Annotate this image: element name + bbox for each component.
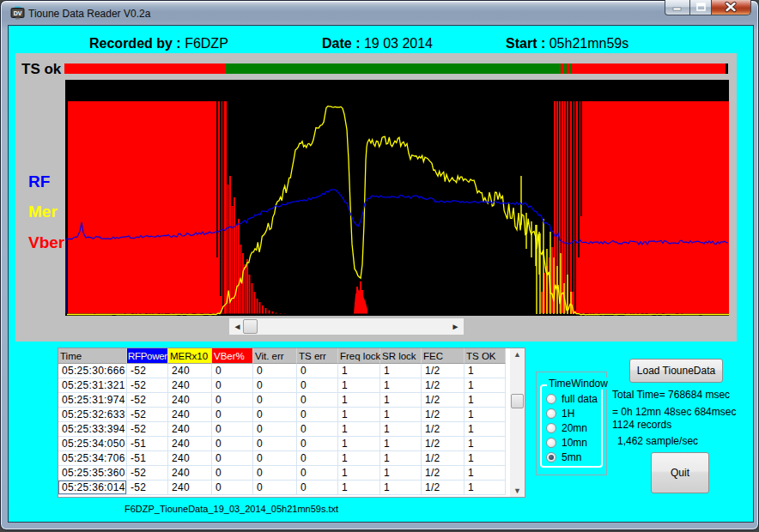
svg-text:DV: DV	[14, 10, 22, 16]
